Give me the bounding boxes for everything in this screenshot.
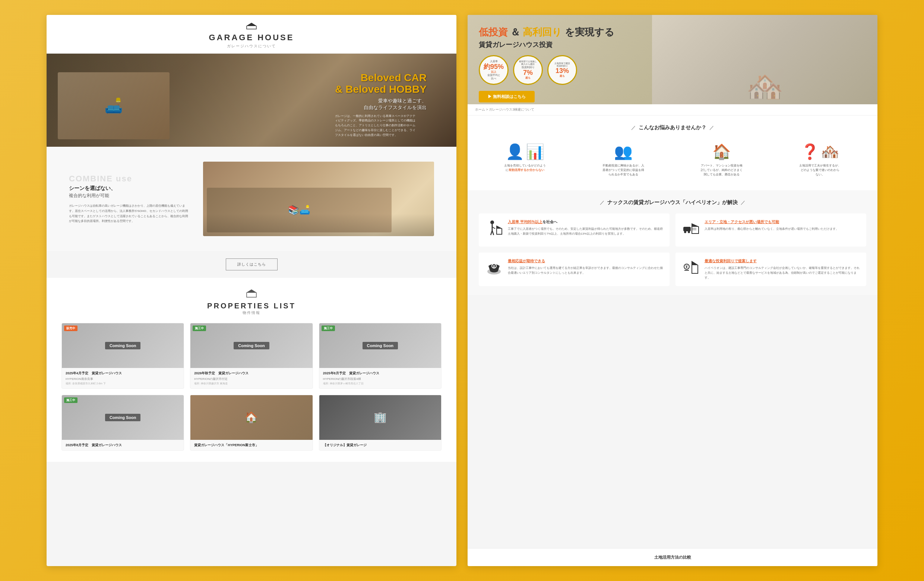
property-card[interactable]: 施工中 Coming Soon 2025年8月予定 賃貸ガレージハウス: [61, 395, 184, 451]
badge-yield2: 土地所有で建設投資利回り 13% 超も: [547, 55, 577, 85]
svg-point-12: [684, 231, 686, 233]
hero-section: 🛋️ Beloved CAR & Beloved HOBBY 愛車や趣味と過ごす…: [46, 54, 456, 147]
solution-grid: 入居率 平均95%以上を社会へ 工事了でに入居者がつく場所でも。そのため、安定し…: [479, 213, 866, 286]
solution-icon-4: ¥: [681, 258, 700, 280]
more-button-section: 詳しくはこちら: [46, 251, 456, 278]
coming-soon-label: Coming Soon: [234, 342, 269, 349]
solution-icon-1: [485, 219, 503, 240]
properties-title-jp: 物件情報: [61, 310, 442, 316]
properties-title-en: PROPERTIES LIST: [61, 302, 442, 310]
combine-section: COMBINE COMBINE useuse シーンを選ばない、 複合的な利用が…: [46, 147, 456, 251]
svg-text:¥: ¥: [493, 265, 495, 268]
right-panel: 🏘️ 低投資 ＆ 高利回り を実現する 賃貸ガレージハウス投資 入居率 約95%…: [468, 15, 878, 566]
concerns-grid: 👤📊 土地を売却しているがどのよう に有効活用するか分からない 👥 不動産投資に…: [479, 138, 866, 181]
combine-desc: ガレージハウスは自転車の高いガレージ機能はさかかり、上階の居住機能も備えています…: [69, 203, 188, 224]
property-card-info: 2025年8月予定 賃貸ガレージハウス HYPERIONの藤沢市段落8棟 場所:…: [319, 368, 441, 388]
right-bottom-title: 土地活用方法の比較: [479, 555, 866, 560]
property-card-info: 2025年4月予定 賃貸ガレージハウス HYPERION南奈良事 場所: 奈良県…: [62, 368, 184, 388]
hero-subtitle-jp: 愛車や趣味と過ごす、 自由なライフスタイルを演出: [335, 97, 427, 111]
property-card-info: 賃貸ガレージハウス「HYPERION富士市」: [190, 440, 312, 451]
solution-card: ¥ 最適な投資利回りで提案します ハイペリオンは、建設工事専門のコンサルティング…: [675, 252, 866, 286]
svg-marker-1: [247, 23, 256, 26]
svg-rect-11: [683, 227, 691, 231]
right-hero-subtitle: 賃貸ガレージハウス投資: [479, 40, 614, 49]
properties-row2: 施工中 Coming Soon 2025年8月予定 賃貸ガレージハウス 運営 🏠…: [61, 395, 442, 451]
property-tag: 販売中: [64, 326, 78, 331]
property-tag: 施工中: [322, 326, 335, 331]
combine-subtitle2: 複合的な利用が可能: [69, 193, 188, 199]
property-tag: 施工中: [193, 326, 206, 331]
coming-soon-label: Coming Soon: [105, 414, 141, 421]
concerns-section: こんなお悩みありませんか？ 👤📊 土地を売却しているがどのよう に有効活用するか…: [468, 115, 878, 190]
solution-card: 入居率 平均95%以上を社会へ 工事了でに入居者がつく場所でも。そのため、安定し…: [479, 213, 670, 247]
properties-icon: [61, 289, 442, 300]
right-hero: 🏘️ 低投資 ＆ 高利回り を実現する 賃貸ガレージハウス投資 入居率 約95%…: [468, 15, 878, 104]
svg-text:¥: ¥: [686, 265, 688, 269]
property-card-info: 【オリジナル】賃貸ガレージ: [319, 440, 441, 451]
hero-badges: 入居率 約95% 以上 全国平均と比べ 都市部で土地無し購入から建設 投資利回り…: [479, 55, 614, 85]
solution-card: ¥ 最相応益が期待できる 当社は、設計工事中においても運用を建てる方が組正果を常…: [479, 252, 670, 286]
breadcrumb: ホーム > ガレージハウス3棟建について: [468, 104, 878, 115]
properties-grid: 販売中 Coming Soon 2025年4月予定 賃貸ガレージハウス HYPE…: [61, 323, 442, 389]
combine-image: 📚🛋️: [203, 161, 434, 236]
property-card[interactable]: 運営 🏠 賃貸ガレージハウス「HYPERION富士市」: [190, 395, 313, 451]
solution-title: ナックスの賃貸ガレージハウス「ハイペリオン」が解決: [479, 199, 866, 206]
property-card[interactable]: オリジナル 🏢 【オリジナル】賃貸ガレージ: [319, 395, 442, 451]
solution-section: ナックスの賃貸ガレージハウス「ハイペリオン」が解決: [468, 190, 878, 295]
badge-yield1: 都市部で土地無し購入から建設 投資利回り 7% 超も: [513, 55, 543, 85]
solution-card: エリア・立地・アクセスが悪い場所でも可能 入居率は利用地の有り、都心部からと離れ…: [675, 213, 866, 247]
hero-title-en: Beloved CAR & Beloved HOBBY: [335, 72, 427, 95]
properties-section: PROPERTIES LIST 物件情報 販売中 Coming Soon 202…: [46, 278, 456, 462]
properties-header: PROPERTIES LIST 物件情報: [61, 289, 442, 316]
concern-item: 👥 不動産投資に興味があるが、入 居者がつって安定的に収益を得 られるか不安でも…: [577, 138, 670, 181]
coming-soon-label: Coming Soon: [105, 342, 141, 349]
coming-soon-label: Coming Soon: [363, 342, 398, 349]
solution-icon-2: [681, 219, 700, 240]
property-card-info: 2025年8月予定 賃貸ガレージハウス: [62, 440, 184, 451]
property-card[interactable]: 施工中 Coming Soon 2025年8月予定 賃貸ガレージハウス HYPE…: [319, 323, 442, 389]
right-bottom-section: 土地活用方法の比較: [468, 548, 878, 566]
svg-point-4: [490, 221, 494, 224]
property-tag: 施工中: [64, 397, 78, 403]
hero-text-overlay: Beloved CAR & Beloved HOBBY 愛車や趣味と過ごす、 自…: [335, 72, 427, 138]
concern-item: 🏠 アパート、マンション投資を検 討しているが、純粋のどさまく 関しても企業、懸…: [675, 138, 768, 181]
hero-desc: ガレージは、一般的に利用されている車庫スペースやアクティビティグッズ、季節商品の…: [335, 114, 417, 138]
concerns-title: こんなお悩みありませんか？: [479, 124, 866, 131]
left-header: GARAGE HOUSE ガレージハウスについて: [46, 15, 456, 54]
combine-title-en: COMBINE COMBINE useuse: [69, 174, 188, 184]
cta-button[interactable]: ▶ 無料相談はこちら: [479, 91, 535, 102]
property-card-info: 2026年秋予定 賃貸ガレージハウス HYPERIONの藤沢市付近 場所: 神奈…: [190, 368, 312, 388]
logo-sub: ガレージハウスについて: [46, 44, 456, 49]
garage-house-logo-icon: [246, 22, 257, 30]
combine-text: COMBINE COMBINE useuse シーンを選ばない、 複合的な利用が…: [69, 174, 188, 224]
solution-icon-3: ¥: [485, 258, 503, 280]
property-card[interactable]: 施工中 Coming Soon 2026年秋予定 賃貸ガレージハウス HYPER…: [190, 323, 313, 389]
svg-marker-10: [497, 226, 502, 229]
badge-occupancy: 入居率 約95% 以上 全国平均と比べ: [479, 55, 508, 85]
combine-subtitle: シーンを選ばない、: [69, 185, 188, 192]
svg-marker-3: [247, 290, 256, 293]
property-card[interactable]: 販売中 Coming Soon 2025年4月予定 賃貸ガレージハウス HYPE…: [61, 323, 184, 389]
svg-point-13: [688, 231, 690, 233]
left-panel: GARAGE HOUSE ガレージハウスについて 🛋️ Beloved CAR …: [46, 15, 456, 566]
more-button[interactable]: 詳しくはこちら: [226, 258, 277, 270]
right-hero-text: 低投資 ＆ 高利回り を実現する 賃貸ガレージハウス投資 入居率 約95% 以上…: [479, 26, 614, 102]
concern-item: ❓🏘️ 土地活用で工夫が発生するが、 どのような案で迷いのわから ない。: [774, 138, 866, 181]
logo-text: GARAGE HOUSE: [46, 33, 456, 43]
concern-item: 👤📊 土地を売却しているがどのよう に有効活用するか分からない: [479, 138, 571, 181]
right-hero-main: 低投資 ＆ 高利回り を実現する: [479, 26, 614, 39]
svg-line-8: [492, 230, 494, 235]
